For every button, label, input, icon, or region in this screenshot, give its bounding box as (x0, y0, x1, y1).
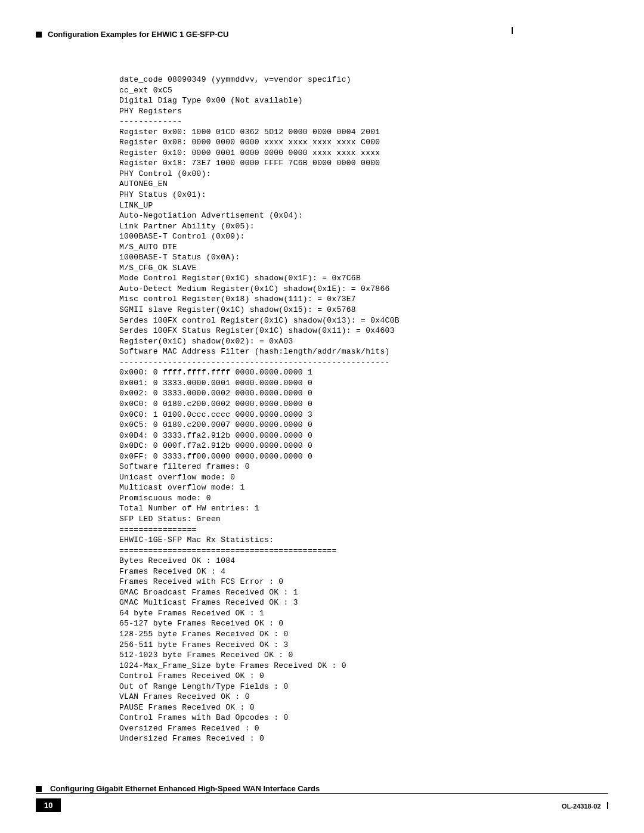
header-bullet-icon (36, 32, 42, 38)
page-mark (512, 27, 513, 34)
document-id: OL-24318-02 (562, 803, 600, 810)
footer-bullet-icon (36, 786, 42, 792)
terminal-output: date_code 08090349 (yymmddvv, v=vendor s… (119, 75, 608, 744)
footer-title: Configuring Gigabit Ethernet Enhanced Hi… (50, 784, 320, 793)
doc-id-separator-icon (607, 802, 608, 809)
page-number: 10 (36, 798, 61, 812)
page-header: Configuration Examples for EHWIC 1 GE-SF… (36, 30, 608, 39)
header-title: Configuration Examples for EHWIC 1 GE-SF… (48, 30, 228, 39)
footer-divider (36, 793, 608, 794)
page-footer: Configuring Gigabit Ethernet Enhanced Hi… (36, 784, 608, 812)
